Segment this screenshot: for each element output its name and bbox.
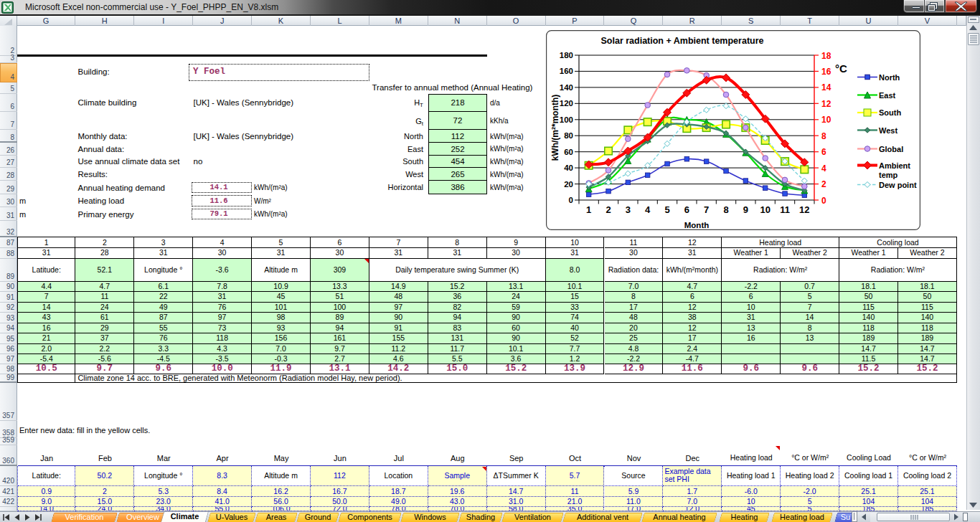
svg-text:North: North — [879, 73, 900, 82]
svg-text:2: 2 — [606, 204, 611, 215]
svg-text:3: 3 — [626, 204, 631, 215]
svg-text:16: 16 — [821, 67, 831, 77]
svg-text:14: 14 — [821, 82, 831, 92]
svg-text:100: 100 — [560, 115, 573, 124]
svg-text:8: 8 — [723, 204, 728, 215]
svg-text:120: 120 — [560, 99, 573, 108]
svg-text:18: 18 — [821, 51, 831, 61]
svg-text:60: 60 — [564, 148, 573, 156]
svg-text:0: 0 — [569, 196, 573, 204]
svg-text:Dew point: Dew point — [879, 181, 917, 189]
svg-text:Global: Global — [879, 145, 903, 153]
svg-text:8: 8 — [821, 131, 826, 141]
svg-text:kWh/(m²*month): kWh/(m²*month) — [550, 95, 560, 161]
svg-text:Month: Month — [684, 221, 709, 229]
svg-text:140: 140 — [560, 83, 573, 92]
svg-text:80: 80 — [564, 131, 573, 140]
svg-text:South: South — [879, 108, 901, 117]
svg-text:temp: temp — [879, 171, 898, 179]
svg-text:0: 0 — [821, 196, 826, 206]
svg-text:9: 9 — [743, 204, 748, 215]
svg-text:East: East — [879, 91, 896, 100]
svg-text:°C: °C — [835, 62, 847, 75]
svg-text:4: 4 — [645, 204, 651, 215]
svg-text:11: 11 — [780, 204, 790, 215]
svg-text:4: 4 — [821, 163, 826, 174]
svg-text:2: 2 — [821, 179, 826, 189]
svg-text:40: 40 — [564, 163, 573, 172]
svg-text:12: 12 — [821, 99, 831, 109]
svg-text:Solar radiation + Ambient tem: Solar radiation + Ambient temperature — [600, 36, 763, 46]
svg-text:6: 6 — [684, 204, 689, 215]
svg-text:10: 10 — [821, 115, 831, 125]
svg-text:Ambient: Ambient — [879, 161, 910, 170]
svg-text:5: 5 — [664, 204, 669, 215]
svg-text:6: 6 — [821, 147, 826, 157]
svg-text:7: 7 — [704, 204, 709, 215]
svg-text:160: 160 — [560, 67, 573, 75]
svg-text:180: 180 — [560, 51, 573, 60]
svg-text:West: West — [879, 126, 897, 135]
svg-text:10: 10 — [760, 204, 770, 215]
svg-text:1: 1 — [586, 204, 591, 215]
svg-text:20: 20 — [564, 180, 573, 189]
svg-text:12: 12 — [799, 204, 809, 215]
